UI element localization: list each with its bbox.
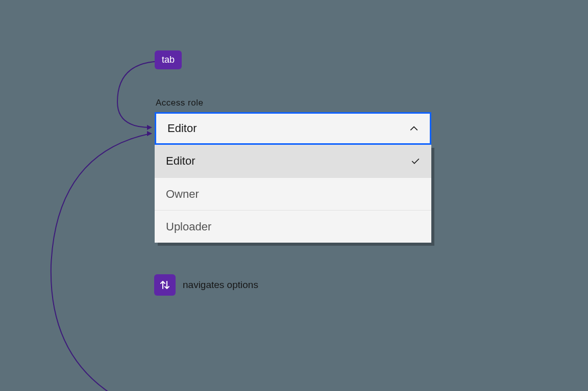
option-label: Uploader (166, 220, 211, 233)
tab-key-label: tab (162, 55, 175, 65)
dropdown-option-uploader[interactable]: Uploader (155, 210, 431, 243)
up-down-arrows-icon (159, 279, 171, 291)
option-label: Owner (166, 188, 199, 201)
option-label: Editor (166, 154, 195, 168)
access-role-dropdown: Editor Editor Owner Uploader (155, 112, 431, 243)
keyboard-hint-text: navigates options (183, 279, 258, 291)
dropdown-option-owner[interactable]: Owner (155, 177, 431, 210)
dropdown-menu: Editor Owner Uploader (155, 145, 431, 243)
keyboard-hint: navigates options (154, 274, 258, 296)
chevron-up-icon (409, 124, 419, 133)
dropdown-trigger[interactable]: Editor (155, 112, 431, 145)
dropdown-option-editor[interactable]: Editor (155, 145, 431, 177)
dropdown-selected-value: Editor (167, 122, 197, 135)
dropdown-label: Access role (156, 98, 203, 108)
tab-key-badge: tab (155, 50, 182, 69)
flow-arrows (41, 51, 174, 391)
checkmark-icon (411, 157, 420, 166)
arrows-key-icon (154, 274, 176, 296)
